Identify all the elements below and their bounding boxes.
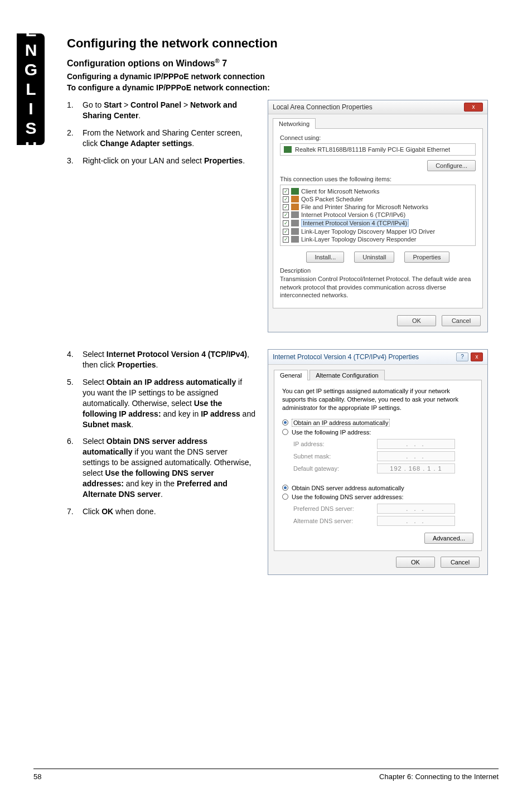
checkbox-icon[interactable]: ✓ [283,196,289,202]
subtitle-sup: ® [215,57,220,64]
checkbox-icon[interactable]: ✓ [283,189,289,195]
ipv4-intro-text: You can get IP settings assigned automat… [282,387,473,412]
protocol-icon [291,228,299,235]
step-num: 2. [67,128,83,149]
uninstall-button[interactable]: Uninstall [354,252,394,263]
list-item[interactable]: ✓Client for Microsoft Networks [282,187,474,195]
checkbox-icon[interactable]: ✓ [283,204,289,210]
t: Click [83,507,101,516]
item-label: QoS Packet Scheduler [301,196,363,202]
advanced-row: Advanced... [282,533,473,544]
page-number: 58 [33,772,41,781]
t: Control Panel [130,100,181,109]
adapter-name: Realtek RTL8168B/8111B Family PCI-E Giga… [295,146,450,153]
checkbox-icon[interactable]: ✓ [283,220,289,226]
alt-dns-field[interactable]: . . . [377,516,455,526]
ok-button[interactable]: OK [397,315,436,326]
radio-icon [282,419,288,426]
dns-field-grid: Preferred DNS server: . . . Alternate DN… [293,503,473,527]
pref-dns-field[interactable]: . . . [377,504,455,514]
tab-general[interactable]: General [274,370,308,380]
list-item[interactable]: ✓QoS Packet Scheduler [282,195,474,203]
list-item[interactable]: ✓File and Printer Sharing for Microsoft … [282,203,474,211]
alt-dns-row: Alternate DNS server: . . . [293,515,473,527]
dialog2-titlebar: Internet Protocol Version 4 (TCP/IPv4) P… [268,350,487,365]
ip-address-field[interactable]: . . . [377,439,455,449]
list-item[interactable]: ✓Internet Protocol Version 4 (TCP/IPv4) [282,219,474,228]
step-a-2: 2. From the Network and Sharing Center s… [67,128,257,149]
radio-label: Use the following DNS server addresses: [292,494,404,500]
step-b-4: 4. Select Internet Protocol Version 4 (T… [67,349,257,370]
step-body: Go to Start > Control Panel > Network an… [83,100,257,121]
step-body: Select Obtain DNS server address automat… [83,436,257,499]
radio-obtain-ip[interactable]: Obtain an IP address automatically [282,418,473,428]
subnet-field[interactable]: . . . [377,451,455,461]
step-body: Click OK when done. [83,506,257,517]
subnet-label: Subnet mask: [293,453,377,460]
t: > [122,100,130,109]
description-label: Description [280,267,476,274]
t: and key in the [124,479,177,488]
item-label: Link-Layer Topology Discovery Mapper I/O… [301,228,435,235]
list-item[interactable]: ✓Link-Layer Topology Discovery Mapper I/… [282,228,474,235]
cancel-button[interactable]: Cancel [441,557,480,568]
t: Subnet mask [83,420,131,429]
radio-icon [282,429,288,435]
cancel-button[interactable]: Cancel [442,315,481,326]
properties-button[interactable]: Properties [404,252,449,263]
nic-icon [284,146,292,153]
adapter-field: Realtek RTL8168B/8111B Family PCI-E Giga… [280,143,476,156]
radio-obtain-dns[interactable]: Obtain DNS server address automatically [282,484,473,492]
radio-label: Obtain DNS server address automatically [292,485,404,491]
item-label: File and Printer Sharing for Microsoft N… [301,204,428,210]
t: Select [83,378,107,386]
step-a-1: 1. Go to Start > Control Panel > Network… [67,100,257,121]
dialog2-panel: You can get IP settings assigned automat… [274,380,482,551]
connection-items-list[interactable]: ✓Client for Microsoft Networks✓QoS Packe… [280,185,476,246]
configure-button[interactable]: Configure... [427,160,476,171]
ip-field-grid: IP address: . . . Subnet mask: . . . Def… [293,438,473,475]
t: . [131,420,133,429]
close-icon[interactable]: x [471,352,483,361]
t: . [192,139,194,148]
checkbox-icon[interactable]: ✓ [283,229,289,235]
radio-icon [282,494,288,500]
tab-networking[interactable]: Networking [273,118,316,129]
step-a-3: 3. Right-click on your LAN and select Pr… [67,156,257,166]
list-item[interactable]: ✓Internet Protocol Version 6 (TCP/IPv6) [282,211,474,219]
step-b-5: 5. Select Obtain an IP address automatic… [67,377,257,429]
checkbox-icon[interactable]: ✓ [283,212,289,218]
close-icon[interactable]: x [464,103,483,112]
connect-using-label: Connect using: [280,134,476,141]
tab-alternate-configuration[interactable]: Alternate Configuration [309,370,385,380]
step-b-6: 6. Select Obtain DNS server address auto… [67,436,257,499]
ip-address-label: IP address: [293,441,377,447]
dialog2-title: Internet Protocol Version 4 (TCP/IPv4) P… [273,353,419,361]
dialog-panel: Connect using: Realtek RTL8168B/8111B Fa… [273,128,483,308]
radio-use-ip[interactable]: Use the following IP address: [282,428,473,437]
install-button[interactable]: Install... [306,252,344,263]
subtitle-pre: Configuration options on Windows [67,59,215,68]
gateway-field[interactable]: 192 . 168 . 1 . 1 [377,463,455,474]
step-body: Right-click on your LAN and select Prope… [83,156,257,166]
advanced-button[interactable]: Advanced... [424,533,473,544]
steps-a: 1. Go to Start > Control Panel > Network… [67,100,257,166]
block-1: 1. Go to Start > Control Panel > Network… [67,100,491,332]
radio-use-dns[interactable]: Use the following DNS server addresses: [282,492,473,501]
uses-items-label: This connection uses the following items… [280,176,476,182]
titlebar-buttons: ? x [456,352,483,361]
item-label: Internet Protocol Version 4 (TCP/IPv4) [301,219,409,227]
protocol-icon [291,196,299,202]
step-body: From the Network and Sharing Center scre… [83,128,257,149]
list-item[interactable]: ✓Link-Layer Topology Discovery Responder [282,235,474,243]
section-title: Configuring the network connection [67,36,491,51]
help-icon[interactable]: ? [456,352,468,361]
t: . [156,360,158,369]
ok-button[interactable]: OK [396,557,435,568]
sub-title: Configuration options on Windows® 7 [67,57,491,69]
checkbox-icon[interactable]: ✓ [283,236,289,243]
step-num: 6. [67,436,83,499]
item-label: Link-Layer Topology Discovery Responder [301,236,416,243]
item-label: Internet Protocol Version 6 (TCP/IPv6) [301,211,405,218]
radio-icon [282,485,288,491]
